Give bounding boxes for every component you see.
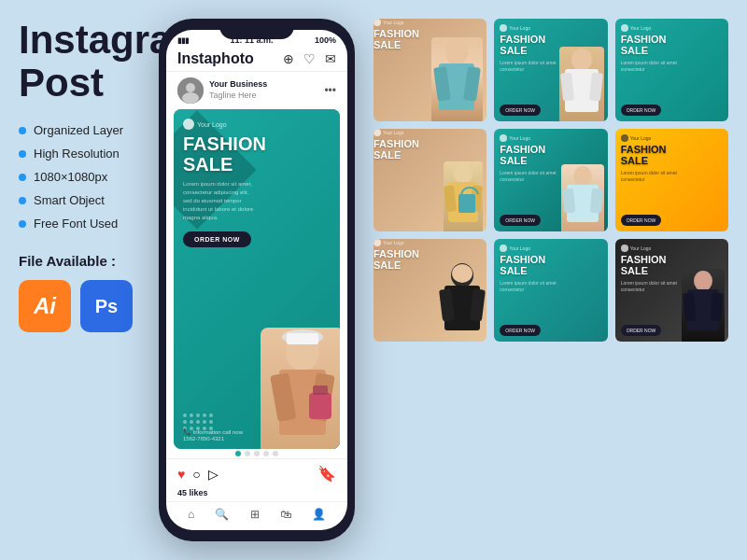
gp-model-2: [559, 47, 604, 121]
profile-left: Your Business Tagline Here: [177, 77, 267, 104]
grid-post-3: Your Logo FASHIONSALE Lorem ipsum dolor …: [615, 19, 728, 121]
nav-home[interactable]: ⌂: [188, 508, 194, 521]
gp-logo-1: Your Logo: [374, 19, 486, 26]
post-card: Your Logo FASHION SALE Lorem ipsum dolor…: [174, 109, 340, 449]
grid-post-1: Your Logo FASHIONSALE: [374, 19, 486, 121]
grid-post-2: Your Logo FASHIONSALE Lorem ipsum dolor …: [494, 19, 607, 121]
save-icon[interactable]: 🔖: [317, 465, 336, 483]
svg-point-11: [445, 39, 468, 65]
post-title: FASHION SALE: [183, 133, 331, 175]
bullet-icon: [19, 174, 26, 181]
dot-1: [235, 451, 241, 456]
gp-cta-8[interactable]: ORDER NOW: [500, 325, 541, 336]
grid-post-8: Your Logo FASHIONSALE Lorem ipsum dolor …: [494, 239, 607, 342]
phone-mockup: ▮▮▮ 11: 11 a.m. 100% Instaphoto ⊕ ♡ ✉: [159, 19, 355, 541]
post-subtitle: Lorem ipsum dolor sit amet, consectetur …: [183, 180, 258, 222]
app-title: Instaphoto: [177, 50, 254, 67]
app-header: Instaphoto ⊕ ♡ ✉: [166, 47, 347, 72]
likes-count: 45 likes: [166, 488, 347, 501]
bullet-icon: [19, 197, 26, 204]
gp-cta-6[interactable]: ORDER NOW: [621, 215, 662, 226]
comment-icon[interactable]: ○: [192, 467, 200, 482]
svg-rect-9: [309, 393, 331, 419]
bullet-icon: [19, 220, 26, 228]
app-header-icons: ⊕ ♡ ✉: [283, 51, 336, 66]
svg-point-1: [186, 83, 195, 92]
bullet-icon: [19, 127, 26, 134]
gp-logo-3: Your Logo: [621, 24, 723, 32]
more-options-icon[interactable]: •••: [324, 84, 336, 97]
dot-5: [273, 451, 278, 456]
gp-logo-2: Your Logo: [500, 24, 601, 32]
gp-logo-9: Your Logo: [621, 245, 723, 252]
svg-point-24: [573, 166, 592, 187]
add-icon[interactable]: ⊕: [283, 51, 294, 66]
gp-model-4: [444, 161, 483, 231]
gp-cta-2[interactable]: ORDER NOW: [500, 105, 541, 116]
gp-title-8: FASHIONSALE: [500, 254, 601, 276]
gp-model-5: [561, 164, 604, 231]
heart-icon[interactable]: ♡: [303, 51, 316, 66]
dot-3: [254, 451, 260, 456]
svg-point-19: [454, 163, 472, 184]
gp-logo-4: Your Logo: [374, 129, 486, 136]
ai-icon[interactable]: Ai: [19, 280, 71, 332]
svg-rect-10: [313, 385, 328, 395]
svg-point-15: [571, 49, 592, 71]
share-icon[interactable]: ▷: [208, 467, 218, 482]
model-image: [261, 328, 340, 449]
cta-button[interactable]: ORDER NOW: [183, 231, 251, 247]
svg-rect-26: [562, 188, 575, 213]
avatar: [177, 77, 204, 104]
gp-bg-3: Your Logo FASHIONSALE Lorem ipsum dolor …: [615, 19, 728, 121]
phone-info: 📞 Information call now 1562-7650-4321: [183, 428, 243, 441]
phone-screen: ▮▮▮ 11: 11 a.m. 100% Instaphoto ⊕ ♡ ✉: [166, 30, 347, 530]
gp-model-7: [438, 262, 486, 342]
grid-post-9: Your Logo FASHIONSALE Lorem ipsum dolor …: [615, 239, 728, 342]
grid-post-5: Your Logo FASHIONSALE Lorem ipsum dolor …: [494, 129, 607, 231]
gp-cta-5[interactable]: ORDER NOW: [500, 215, 541, 226]
svg-rect-27: [589, 188, 602, 213]
phone-frame: ▮▮▮ 11: 11 a.m. 100% Instaphoto ⊕ ♡ ✉: [159, 19, 355, 541]
gp-title-5: FASHIONSALE: [500, 144, 601, 166]
action-icons-left: ♥ ○ ▷: [177, 467, 218, 482]
nav-shop[interactable]: 🛍: [280, 508, 291, 521]
ps-icon[interactable]: Ps: [80, 280, 133, 332]
svg-point-2: [182, 92, 199, 104]
svg-rect-23: [458, 194, 475, 213]
dot-4: [263, 451, 269, 456]
gp-title-6: FASHIONSALE: [621, 144, 723, 166]
gp-bg-6: Your Logo FASHIONSALE Lorem ipsum dolor …: [615, 129, 728, 231]
grid-post-6: Your Logo FASHIONSALE Lorem ipsum dolor …: [615, 129, 728, 231]
logo-circle: [183, 119, 194, 130]
gp-logo-6: Your Logo: [621, 134, 723, 142]
post-dots-indicator: [166, 449, 347, 458]
grid-post-4: Your Logo FASHIONSALE: [374, 129, 486, 231]
nav-add[interactable]: ⊞: [250, 508, 260, 521]
posts-grid: Your Logo FASHIONSALE Your Logo FASHIONS…: [374, 19, 728, 342]
nav-profile[interactable]: 👤: [312, 508, 326, 521]
phone-notch: [219, 19, 294, 39]
gp-logo-7: Your Logo: [374, 239, 486, 246]
bullet-icon: [19, 150, 26, 158]
post-actions: ♥ ○ ▷ 🔖: [166, 458, 347, 488]
gp-title-3: FASHIONSALE: [621, 34, 723, 56]
dot-2: [245, 451, 250, 456]
gp-cta-3[interactable]: ORDER NOW: [621, 105, 662, 116]
gp-model-1: [431, 37, 483, 121]
svg-point-29: [452, 264, 472, 283]
gp-cta-9[interactable]: ORDER NOW: [621, 325, 662, 336]
profile-info: Your Business Tagline Here: [209, 79, 267, 101]
message-icon[interactable]: ✉: [325, 51, 336, 66]
gp-logo-8: Your Logo: [500, 245, 601, 252]
post-background: Your Logo FASHION SALE Lorem ipsum dolor…: [174, 109, 340, 449]
gp-logo-5: Your Logo: [500, 134, 601, 142]
nav-search[interactable]: 🔍: [215, 508, 229, 521]
gp-title-4: FASHIONSALE: [374, 138, 486, 161]
like-icon[interactable]: ♥: [177, 467, 185, 482]
svg-point-38: [697, 272, 710, 285]
signal-icon: ▮▮▮: [177, 36, 189, 45]
grid-post-7: Your Logo FASHIONSALE: [374, 239, 486, 342]
bottom-nav: ⌂ 🔍 ⊞ 🛍 👤: [166, 501, 347, 530]
logo-row: Your Logo: [183, 119, 331, 130]
